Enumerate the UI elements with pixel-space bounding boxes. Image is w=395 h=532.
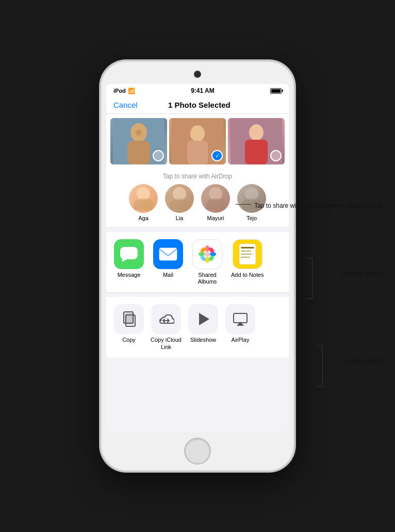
face-body-mayuri: [206, 198, 225, 210]
svg-point-16: [199, 252, 205, 256]
face-body-tejo: [242, 198, 261, 210]
avatar-aga: [129, 184, 158, 213]
shared-albums-label: SharedAlbums: [198, 272, 217, 285]
sharing-bracket: [306, 258, 312, 299]
status-bar: iPod 📶 9:41 AM: [106, 84, 289, 96]
action-icloud-link[interactable]: Copy iCloudLink: [151, 304, 182, 350]
contact-name-aga: Aga: [138, 215, 149, 221]
app-icons-row: Message Mail: [111, 239, 284, 285]
svg-point-5: [190, 125, 205, 142]
play-triangle: [199, 313, 209, 325]
slideshow-label: Slideshow: [190, 337, 216, 343]
unselect-badge-1: [153, 150, 164, 161]
message-icon: [114, 239, 144, 269]
svg-rect-10: [120, 247, 138, 259]
action-annotation-text: Action options: [346, 357, 385, 364]
svg-rect-25: [241, 251, 251, 252]
share-header: Cancel 1 Photo Selected: [106, 96, 289, 114]
slideshow-icon: [188, 304, 218, 334]
svg-point-14: [205, 245, 209, 252]
contact-tejo[interactable]: Tejo: [237, 184, 266, 221]
status-right: [270, 88, 282, 94]
svg-rect-27: [241, 257, 250, 258]
sharing-annotation-text: Sharing options: [342, 270, 385, 277]
svg-point-22: [205, 252, 210, 257]
contact-lia[interactable]: Lia: [165, 184, 194, 221]
svg-point-15: [205, 257, 209, 263]
notes-icon: [233, 239, 262, 269]
message-label: Message: [118, 272, 141, 278]
wifi-icon: 📶: [128, 88, 135, 94]
airdrop-label: Tap to share with AirDrop: [106, 173, 289, 180]
message-bubble-svg: [120, 246, 138, 262]
svg-rect-26: [241, 254, 252, 255]
copy-svg: [122, 311, 136, 327]
airplay-icon: [225, 304, 255, 334]
airplay-label: AirPlay: [232, 337, 250, 343]
svg-point-17: [210, 252, 216, 256]
icloud-link-icon: [151, 304, 181, 334]
svg-rect-6: [187, 141, 208, 164]
photo-thumb-3[interactable]: [228, 118, 285, 164]
svg-rect-32: [234, 313, 247, 323]
mail-icon: [153, 239, 183, 269]
airdrop-contacts: Aga Lia: [106, 184, 289, 221]
mail-label: Mail: [163, 272, 173, 278]
battery-fill: [271, 89, 281, 93]
copy-label: Copy: [122, 337, 136, 343]
svg-rect-24: [241, 247, 254, 248]
airdrop-section: Tap to share with AirDrop Aga: [106, 169, 289, 228]
select-badge-2: ✓: [211, 150, 223, 161]
status-left: iPod 📶: [113, 88, 135, 94]
face-tejo: [237, 184, 266, 213]
contact-aga[interactable]: Aga: [129, 184, 158, 221]
app-notes[interactable]: Add to Notes: [231, 239, 264, 285]
svg-point-8: [249, 124, 264, 141]
header-title: 1 Photo Selected: [138, 101, 261, 109]
notes-label: Add to Notes: [231, 272, 264, 278]
airplay-svg: [233, 312, 248, 326]
avatar-lia: [165, 184, 194, 213]
svg-rect-2: [127, 141, 150, 164]
app-shared-albums[interactable]: SharedAlbums: [192, 239, 223, 285]
action-slideshow[interactable]: Slideshow: [188, 304, 219, 350]
face-aga: [129, 184, 158, 213]
contact-name-mayuri: Mayuri: [207, 215, 224, 221]
svg-point-3: [136, 129, 142, 136]
photo-thumb-1[interactable]: [110, 118, 167, 164]
icloud-link-label: Copy iCloudLink: [151, 337, 182, 350]
battery-icon: [270, 88, 282, 94]
scene: iPod 📶 9:41 AM Cancel 1 Photo Selected: [0, 0, 395, 532]
avatar-tejo: [237, 184, 266, 213]
section-divider-1: [106, 228, 289, 232]
photo-thumb-2[interactable]: ✓: [169, 118, 226, 164]
shared-albums-icon: [192, 239, 222, 269]
sharing-section: Message Mail: [106, 232, 289, 293]
svg-marker-11: [122, 259, 127, 262]
section-divider-2: [106, 293, 289, 297]
mail-svg: [159, 247, 177, 261]
shared-albums-svg: [196, 243, 218, 265]
face-mayuri: [201, 184, 230, 213]
action-copy[interactable]: Copy: [113, 304, 144, 350]
action-bracket: [317, 345, 323, 387]
copy-icon: [114, 304, 144, 334]
cancel-button[interactable]: Cancel: [113, 101, 138, 109]
app-message[interactable]: Message: [113, 239, 144, 285]
contact-name-tejo: Tejo: [246, 215, 257, 221]
camera: [194, 71, 201, 78]
avatar-mayuri: [201, 184, 230, 213]
share-sheet: ✓ Tap to share with AirDrop: [106, 114, 289, 429]
svg-rect-12: [159, 248, 177, 260]
notes-svg: [238, 243, 257, 265]
action-airplay[interactable]: AirPlay: [225, 304, 256, 350]
contact-mayuri[interactable]: Mayuri: [201, 184, 230, 221]
contact-name-lia: Lia: [176, 215, 184, 221]
device: iPod 📶 9:41 AM Cancel 1 Photo Selected: [100, 60, 295, 472]
face-body-aga: [134, 198, 153, 210]
home-button[interactable]: [184, 438, 211, 464]
app-mail[interactable]: Mail: [153, 239, 184, 285]
photos-row: ✓: [106, 114, 289, 169]
action-section: Copy Copy iCloudLin: [106, 297, 289, 357]
face-lia: [165, 184, 194, 213]
